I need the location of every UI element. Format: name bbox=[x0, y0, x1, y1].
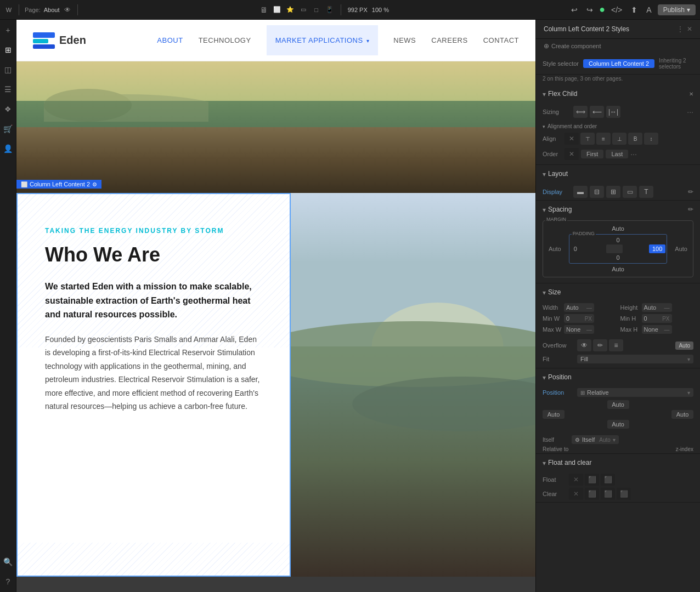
align-baseline-btn[interactable]: B bbox=[628, 133, 642, 145]
nav-link-careers[interactable]: CAREERS bbox=[431, 36, 467, 44]
laptop-starred-icon[interactable]: ⭐ bbox=[286, 5, 295, 14]
spacing-header[interactable]: Spacing ✏ bbox=[536, 201, 700, 218]
create-component-button[interactable]: ⊕ Create component bbox=[536, 39, 700, 53]
size-grid: Width Auto— Height Auto— Min W bbox=[536, 301, 700, 338]
max-w-input[interactable]: None— bbox=[564, 325, 594, 334]
panel-collapse-icon[interactable]: ✕ bbox=[687, 25, 692, 33]
sidebar-components-icon[interactable]: ❖ bbox=[3, 103, 13, 115]
nav-link-about[interactable]: ABOUT bbox=[157, 36, 183, 44]
desktop-icon[interactable]: 🖥 bbox=[259, 5, 268, 14]
clear-right-btn[interactable]: ⬛ bbox=[601, 488, 615, 500]
sidebar-users-icon[interactable]: 👤 bbox=[2, 143, 14, 155]
min-w-input[interactable]: 0PX bbox=[564, 314, 594, 323]
relative-to-row: Relative to z-index bbox=[536, 445, 700, 453]
spacing-collapse-icon bbox=[543, 204, 548, 214]
sidebar-pages-icon[interactable]: ☰ bbox=[3, 83, 13, 95]
sidebar-search-icon[interactable]: 🔍 bbox=[2, 556, 14, 568]
float-right-btn[interactable]: ⬛ bbox=[601, 474, 615, 486]
order-x-btn[interactable]: ✕ bbox=[564, 148, 579, 160]
position-collapse-icon bbox=[543, 372, 548, 382]
sizing-shrink-btn[interactable]: ⟵ bbox=[590, 106, 604, 118]
share-button[interactable]: ⬆ bbox=[628, 4, 640, 15]
padding-top-val[interactable]: 0 bbox=[616, 237, 619, 243]
height-input[interactable]: Auto— bbox=[642, 303, 672, 312]
nav-link-technology[interactable]: TECHNOLOGY bbox=[199, 36, 251, 44]
flex-child-expand-icon[interactable]: ✕ bbox=[689, 91, 693, 97]
padding-right-val[interactable]: 100 bbox=[649, 244, 665, 253]
sidebar-help-icon[interactable]: ? bbox=[4, 576, 12, 588]
redo-button[interactable]: ↪ bbox=[584, 4, 596, 15]
align-stretch-btn[interactable]: ↕ bbox=[644, 133, 658, 145]
margin-right-val[interactable]: Auto bbox=[675, 246, 687, 252]
align-x-btn[interactable]: ✕ bbox=[564, 133, 579, 145]
order-label: Order bbox=[543, 151, 564, 157]
font-button[interactable]: A bbox=[643, 4, 654, 15]
overflow-visible-btn[interactable]: 👁 bbox=[577, 339, 591, 351]
monitor-icon[interactable]: ⬜ bbox=[273, 5, 281, 14]
order-more-btn[interactable]: ··· bbox=[630, 150, 637, 158]
display-flex-btn[interactable]: ⊟ bbox=[590, 186, 604, 198]
position-select[interactable]: ⊞ Relative ▾ bbox=[577, 388, 693, 397]
settings-icon[interactable]: ⚙ bbox=[92, 181, 97, 187]
display-grid-btn[interactable]: ⊞ bbox=[606, 186, 620, 198]
overflow-hidden-btn[interactable]: ✏ bbox=[593, 339, 607, 351]
order-last-btn[interactable]: Last bbox=[606, 150, 628, 158]
min-h-input[interactable]: 0PX bbox=[642, 314, 672, 323]
pos-left-val[interactable]: Auto bbox=[543, 410, 564, 419]
float-clear-header[interactable]: Float and clear bbox=[536, 454, 700, 471]
ipad-icon[interactable]: ▭ bbox=[299, 5, 308, 14]
hero-landscape bbox=[16, 61, 535, 193]
publish-button[interactable]: Publish ▾ bbox=[658, 4, 696, 15]
layout-header[interactable]: Layout bbox=[536, 165, 700, 183]
sidebar-assets-icon[interactable]: ◫ bbox=[3, 64, 13, 76]
display-text-btn[interactable]: T bbox=[639, 186, 653, 198]
pos-bottom-val[interactable]: Auto bbox=[607, 420, 629, 429]
padding-left-val[interactable]: 0 bbox=[571, 244, 580, 253]
margin-bottom-val[interactable]: Auto bbox=[612, 266, 624, 272]
sidebar-layers-icon[interactable]: ⊞ bbox=[3, 44, 13, 56]
clear-both-btn[interactable]: ⬛ bbox=[617, 488, 631, 500]
max-h-input[interactable]: None— bbox=[642, 325, 672, 334]
margin-left-val[interactable]: Auto bbox=[549, 246, 561, 252]
display-block-btn[interactable]: ▬ bbox=[573, 186, 588, 198]
align-top-btn[interactable]: ⊤ bbox=[580, 133, 595, 145]
flex-child-header[interactable]: Flex Child ✕ bbox=[536, 85, 700, 103]
spacing-edit-btn[interactable]: ✏ bbox=[688, 206, 693, 213]
sizing-fixed-btn[interactable]: |↔| bbox=[606, 106, 620, 118]
style-tag[interactable]: Column Left Content 2 bbox=[583, 59, 654, 68]
nav-link-news[interactable]: NEWS bbox=[393, 36, 416, 44]
undo-button[interactable]: ↩ bbox=[568, 4, 580, 15]
fit-select[interactable]: Fill ▾ bbox=[577, 355, 693, 363]
align-bottom-btn[interactable]: ⊥ bbox=[612, 133, 626, 145]
clear-x-btn[interactable]: ✕ bbox=[569, 488, 583, 500]
clear-left-btn[interactable]: ⬛ bbox=[585, 488, 599, 500]
pos-right-val[interactable]: Auto bbox=[671, 410, 693, 419]
margin-top-val[interactable]: Auto bbox=[612, 225, 624, 232]
code-button[interactable]: </> bbox=[608, 4, 625, 15]
sidebar-add-icon[interactable]: + bbox=[4, 24, 12, 36]
pos-top-val[interactable]: Auto bbox=[607, 400, 629, 409]
float-x-btn[interactable]: ✕ bbox=[569, 474, 583, 486]
order-btns: ✕ First Last ··· bbox=[564, 148, 637, 160]
size-header[interactable]: Size bbox=[536, 283, 700, 301]
nav-link-market[interactable]: MARKET APPLICATIONS ▾ bbox=[267, 25, 379, 55]
padding-bottom-val[interactable]: 0 bbox=[616, 254, 619, 261]
display-inline-btn[interactable]: ▭ bbox=[623, 186, 637, 198]
itself-select[interactable]: ⚙ Itself Auto ▾ bbox=[572, 435, 619, 444]
sizing-more-btn[interactable]: ··· bbox=[687, 107, 693, 116]
overflow-scroll-btn[interactable]: ≡ bbox=[609, 339, 623, 351]
align-center-btn[interactable]: ≡ bbox=[596, 133, 611, 145]
overflow-row: Overflow 👁 ✏ ≡ Auto bbox=[536, 338, 700, 354]
float-left-btn[interactable]: ⬛ bbox=[585, 474, 599, 486]
position-header[interactable]: Position bbox=[536, 368, 700, 386]
sizing-shrink-grow-btn[interactable]: ⟺ bbox=[573, 106, 588, 118]
layout-edit-btn[interactable]: ✏ bbox=[688, 188, 693, 196]
width-input[interactable]: Auto— bbox=[564, 303, 594, 312]
panel-options-icon[interactable]: ⋮ bbox=[677, 25, 684, 33]
square-icon[interactable]: □ bbox=[312, 5, 321, 14]
order-first-btn[interactable]: First bbox=[581, 150, 603, 158]
padding-top-row: 0 bbox=[571, 236, 666, 244]
nav-link-contact[interactable]: CONTACT bbox=[483, 36, 519, 44]
sidebar-ecommerce-icon[interactable]: 🛒 bbox=[2, 123, 14, 135]
phone-icon[interactable]: 📱 bbox=[325, 5, 334, 14]
